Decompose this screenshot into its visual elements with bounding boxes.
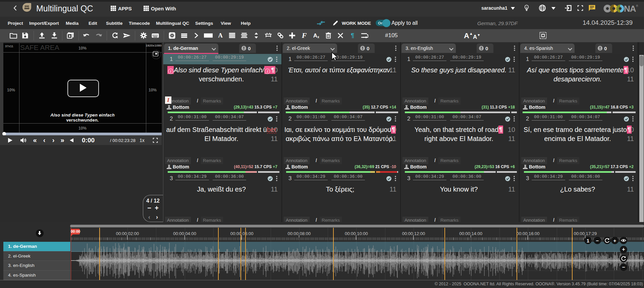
svg-text:¶: ¶ <box>351 33 354 39</box>
svg-text:F: F <box>302 32 307 39</box>
svg-text:A: A <box>218 32 223 39</box>
svg-text:x: x <box>317 35 319 39</box>
svg-text:NA: NA <box>624 4 636 13</box>
svg-text:A: A <box>313 32 317 39</box>
svg-text:®: ® <box>636 4 638 8</box>
